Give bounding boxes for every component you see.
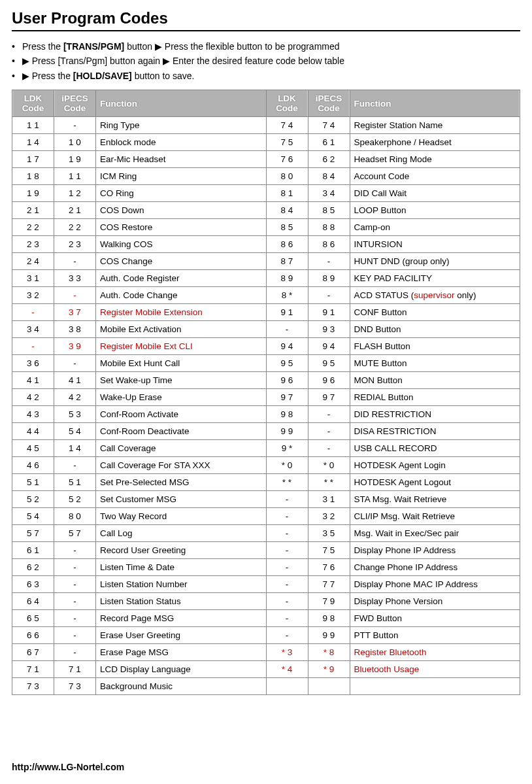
cell-ldk: 6 7 — [12, 644, 54, 661]
cell-function: HUNT DND (group only) — [350, 253, 520, 270]
cell-ldk: 2 3 — [12, 236, 54, 253]
table-row: 2 22 2COS Restore8 58 8Camp-on — [12, 219, 520, 236]
cell-ldk: 8 7 — [266, 253, 308, 270]
cell-ldk: 9 6 — [266, 372, 308, 389]
cell-ldk: - — [266, 627, 308, 644]
cell-function: Display Phone IP Address — [350, 542, 520, 559]
cell-ldk: 5 7 — [12, 525, 54, 542]
cell-function: MON Button — [350, 372, 520, 389]
cell-ldk: 9 * — [266, 440, 308, 457]
cell-function: Call Coverage — [96, 440, 267, 457]
cell-function: REDIAL Button — [350, 389, 520, 406]
codes-table: LDK Code iPECS Code Function LDK Code iP… — [12, 90, 520, 695]
cell-ipecs: 7 3 — [54, 678, 96, 695]
cell-function: Conf-Room Activate — [96, 406, 267, 423]
cell-ipecs: 5 1 — [54, 474, 96, 491]
cell-ipecs: - — [54, 355, 96, 372]
cell-ldk: 5 1 — [12, 474, 54, 491]
cell-function: Erase User Greeting — [96, 627, 267, 644]
cell-ipecs: 9 4 — [308, 338, 350, 355]
cell-ipecs: 8 4 — [308, 168, 350, 185]
table-row: 1 91 2CO Ring8 13 4DID Call Wait — [12, 185, 520, 202]
cell-function: Record User Greeting — [96, 542, 267, 559]
cell-ldk: 9 9 — [266, 423, 308, 440]
table-row: 2 12 1COS Down8 48 5LOOP Button — [12, 202, 520, 219]
cell-ipecs: - — [54, 610, 96, 627]
cell-function: Display Phone Version — [350, 593, 520, 610]
table-row: 3 2-Auth. Code Change8 *-ACD STATUS (sup… — [12, 287, 520, 304]
cell-ipecs: 5 7 — [54, 525, 96, 542]
cell-function: COS Down — [96, 202, 267, 219]
cell-function: ACD STATUS (supervisor only) — [350, 287, 520, 304]
cell-ldk: 6 3 — [12, 576, 54, 593]
text: button ▶ Press the flexible button to be… — [124, 41, 339, 52]
cell-ipecs: - — [54, 542, 96, 559]
table-row: 1 41 0Enblock mode7 56 1Speakerphone / H… — [12, 134, 520, 151]
cell-function: Two Way Record — [96, 508, 267, 525]
cell-ipecs: - — [308, 287, 350, 304]
cell-function: Auth. Code Change — [96, 287, 267, 304]
instructions-list: • Press the [TRANS/PGM] button ▶ Press t… — [12, 39, 520, 83]
hold-save-bold: [HOLD/SAVE] — [73, 71, 132, 81]
instruction-line-1: • Press the [TRANS/PGM] button ▶ Press t… — [12, 39, 520, 54]
cell-ldk: 3 2 — [12, 287, 54, 304]
cell-ipecs: 8 6 — [308, 236, 350, 253]
cell-ipecs: 2 1 — [54, 202, 96, 219]
cell-ldk: 9 4 — [266, 338, 308, 355]
cell-function: Register Station Name — [350, 117, 520, 134]
cell-ipecs: 1 0 — [54, 134, 96, 151]
cell-ipecs: - — [54, 627, 96, 644]
cell-ldk: 6 2 — [12, 559, 54, 576]
cell-ipecs: - — [54, 117, 96, 134]
cell-ldk: 4 6 — [12, 457, 54, 474]
cell-ldk: 1 7 — [12, 151, 54, 168]
cell-ipecs: - — [308, 253, 350, 270]
cell-ipecs: 7 4 — [308, 117, 350, 134]
table-row: 1 71 9Ear-Mic Headset7 66 2Headset Ring … — [12, 151, 520, 168]
cell-ldk: 2 2 — [12, 219, 54, 236]
cell-function: PTT Button — [350, 627, 520, 644]
cell-ipecs: 8 8 — [308, 219, 350, 236]
text: ▶ Press the — [22, 71, 73, 81]
cell-ipecs: 7 9 — [308, 593, 350, 610]
cell-ldk: 7 5 — [266, 134, 308, 151]
cell-ldk: 2 4 — [12, 253, 54, 270]
cell-function: Enblock mode — [96, 134, 267, 151]
cell-function: Erase Page MSG — [96, 644, 267, 661]
footer-url: http://www.LG-Nortel.com — [12, 762, 124, 772]
cell-ldk: 8 1 — [266, 185, 308, 202]
cell-ldk: * * — [266, 474, 308, 491]
cell-ldk: 4 2 — [12, 389, 54, 406]
table-row: 3 43 8Mobile Ext Activation-9 3DND Butto… — [12, 321, 520, 338]
cell-ipecs: - — [54, 457, 96, 474]
cell-function: Listen Station Status — [96, 593, 267, 610]
table-row: 6 4-Listen Station Status-7 9Display Pho… — [12, 593, 520, 610]
cell-function: Ring Type — [96, 117, 267, 134]
cell-function: Mobile Ext Activation — [96, 321, 267, 338]
cell-ipecs: - — [54, 593, 96, 610]
cell-ldk: 8 6 — [266, 236, 308, 253]
cell-ipecs: 8 5 — [308, 202, 350, 219]
trans-pgm-bold: [TRANS/PGM] — [63, 41, 124, 52]
cell-ipecs: 5 2 — [54, 491, 96, 508]
cell-ldk: 8 9 — [266, 270, 308, 287]
cell-ipecs: 2 3 — [54, 236, 96, 253]
cell-function: Register Mobile Ext CLI — [96, 338, 267, 355]
cell-function: DID Call Wait — [350, 185, 520, 202]
cell-function: STA Msg. Wait Retrieve — [350, 491, 520, 508]
cell-function: Call Coverage For STA XXX — [96, 457, 267, 474]
cell-function: Walking COS — [96, 236, 267, 253]
cell-ldk: 4 1 — [12, 372, 54, 389]
cell-ldk: 9 8 — [266, 406, 308, 423]
cell-ipecs: 7 5 — [308, 542, 350, 559]
cell-function: FLASH Button — [350, 338, 520, 355]
cell-ipecs: - — [54, 559, 96, 576]
cell-function: KEY PAD FACILITY — [350, 270, 520, 287]
table-row: 3 13 3Auth. Code Register8 98 9KEY PAD F… — [12, 270, 520, 287]
cell-function: HOTDESK Agent Login — [350, 457, 520, 474]
cell-ipecs: 5 3 — [54, 406, 96, 423]
table-row: 6 5-Record Page MSG-9 8FWD Button — [12, 610, 520, 627]
cell-ipecs: 1 2 — [54, 185, 96, 202]
cell-ldk: 9 7 — [266, 389, 308, 406]
cell-ipecs: - — [54, 287, 96, 304]
